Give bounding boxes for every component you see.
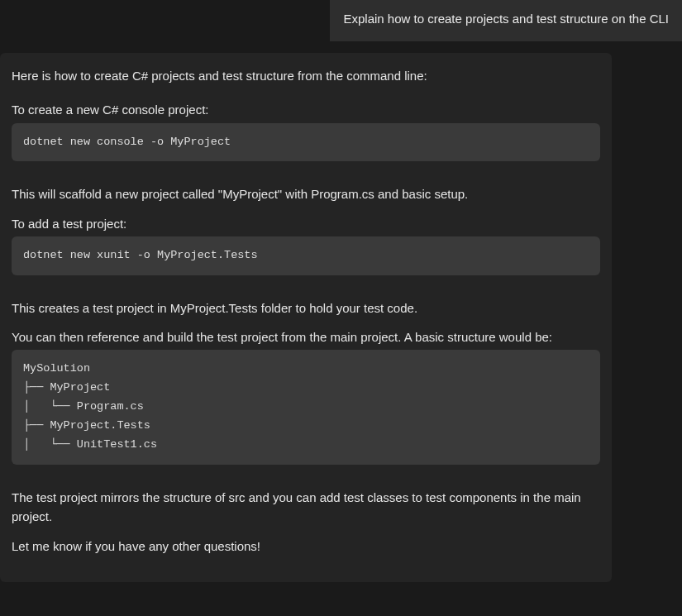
scaffold-note: This will scaffold a new project called … <box>12 184 600 203</box>
test-folder-note: This creates a test project in MyProject… <box>12 298 600 318</box>
chat-header: Explain how to create projects and test … <box>0 0 682 41</box>
user-message: Explain how to create projects and test … <box>330 0 682 41</box>
mirror-note: The test project mirrors the structure o… <box>12 488 600 527</box>
response-intro: Here is how to create C# projects and te… <box>12 66 600 85</box>
code-block-console[interactable]: dotnet new console -o MyProject <box>12 123 600 162</box>
structure-intro: You can then reference and build the tes… <box>12 327 600 346</box>
user-message-text: Explain how to create projects and test … <box>343 12 669 26</box>
assistant-response: Here is how to create C# projects and te… <box>0 53 612 582</box>
create-project-label: To create a new C# console project: <box>12 100 600 119</box>
add-test-label: To add a test project: <box>12 214 600 233</box>
code-block-tree[interactable]: MySolution ├── MyProject │ └── Program.c… <box>12 350 600 465</box>
closing-note: Let me know if you have any other questi… <box>12 537 600 556</box>
code-block-xunit[interactable]: dotnet new xunit -o MyProject.Tests <box>12 236 600 275</box>
